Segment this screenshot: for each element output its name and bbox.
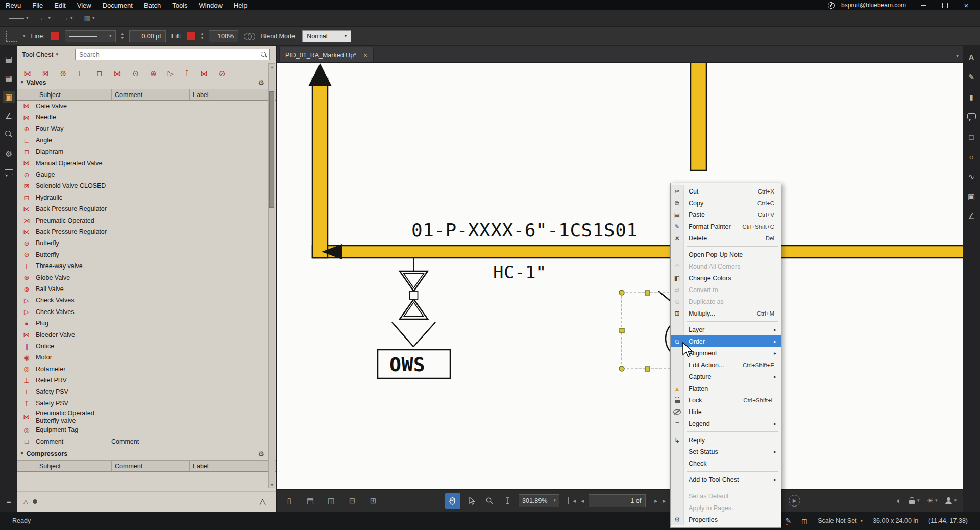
tool-item-row[interactable]: ∟ Angle (17, 135, 276, 146)
small-size-icon[interactable]: △ (23, 498, 28, 505)
line-style-picker[interactable]: ▾ (5, 14, 32, 22)
context-menu-item[interactable]: Paste Ctrl+V (671, 209, 781, 221)
context-menu-item[interactable]: Copy Ctrl+C (671, 197, 781, 209)
panels-icon[interactable]: ◫ (801, 517, 807, 525)
context-menu-item[interactable]: Cut Ctrl+X (671, 185, 781, 197)
tab-list-chevron-icon[interactable]: ▾ (956, 53, 959, 58)
next-page-icon[interactable]: ▸ (654, 497, 657, 504)
context-menu-item[interactable] (671, 486, 781, 490)
tool-item-row[interactable]: ⊺ Safety PSV (17, 387, 276, 398)
tool-item-row[interactable]: ⊓ Diaphram (17, 147, 276, 158)
measurements-panel-icon[interactable] (3, 110, 15, 122)
page-number-field[interactable]: 1 of (589, 494, 646, 507)
style-preset-icon[interactable] (6, 31, 17, 42)
line-style-select[interactable]: ▾ (65, 30, 116, 42)
palette-tool-icon[interactable]: ▷ (168, 69, 174, 76)
gear-icon[interactable]: ⚙ (258, 79, 264, 87)
single-page-view-icon[interactable]: ▯ (283, 494, 296, 508)
pen-tool-icon[interactable] (965, 71, 977, 83)
tool-item-row[interactable]: ⋊ Pneumatic Operated (17, 215, 276, 226)
valve-symbol[interactable] (400, 271, 428, 319)
context-menu-item[interactable]: Reply (671, 434, 781, 446)
context-menu-item[interactable] (671, 469, 781, 474)
context-menu-item[interactable]: Set as Default (671, 490, 781, 502)
tool-item-row[interactable]: ⊕ Four-Way (17, 124, 276, 135)
pan-tool-button[interactable] (445, 493, 460, 509)
column-header[interactable]: Comment (111, 461, 189, 471)
palette-tool-icon[interactable]: ⊺ (185, 69, 189, 76)
palette-tool-icon[interactable]: ∟ (78, 69, 85, 76)
tool-item-row[interactable]: ∥ Orifice (17, 341, 276, 352)
menu-item[interactable]: File (27, 0, 48, 10)
line-width-stepper[interactable]: ▴▾ (121, 32, 124, 40)
context-menu-item[interactable]: Legend ▸ (671, 418, 781, 429)
text-markup-icon[interactable] (965, 51, 977, 63)
profile-icon[interactable] (944, 497, 952, 505)
menu-item[interactable]: Tools (166, 0, 193, 10)
first-page-icon[interactable]: ▏◂ (568, 497, 576, 504)
studio-chat-panel-icon[interactable] (3, 166, 15, 179)
ink-pen-icon[interactable]: ✎ (786, 517, 792, 525)
tool-item-row[interactable]: ⊚ Ball Valve (17, 283, 276, 295)
continuous-view-icon[interactable]: ▤ (304, 494, 317, 508)
context-menu-item[interactable]: Hide (671, 406, 781, 418)
pipe-highlight-right[interactable] (691, 63, 706, 170)
select-tool-button[interactable] (465, 494, 478, 508)
last-page-icon[interactable]: ▸▕ (663, 497, 670, 504)
tool-item-row[interactable]: ⋈ Pneumatic Operated Butterfly valve (17, 409, 276, 425)
palette-tool-icon[interactable]: ⊕ (60, 69, 67, 76)
pipe-highlight-horizontal[interactable] (312, 246, 963, 258)
gear-icon[interactable]: ⚙ (258, 450, 264, 458)
close-icon[interactable]: × (363, 51, 368, 59)
restore-button[interactable] (934, 0, 955, 10)
rectangle-tool-icon[interactable] (965, 131, 977, 143)
tool-item-row[interactable]: ⋉ Back Pressure Regulator (17, 204, 276, 215)
arrow-start-picker[interactable]: ←▾ (36, 13, 55, 23)
search-panel-icon[interactable] (3, 129, 15, 141)
context-menu-item[interactable]: Check (671, 457, 781, 469)
compressors-section-header[interactable]: ▾ Compressors ⚙ (17, 447, 276, 460)
palette-tool-icon[interactable]: ⊘ (219, 69, 226, 76)
scrollbar-thumb[interactable] (270, 91, 274, 208)
tool-item-row[interactable]: ◉ Motor (17, 352, 276, 364)
menu-item[interactable]: Batch (138, 0, 166, 10)
fill-color-swatch[interactable] (187, 32, 195, 40)
pipe-highlight-left[interactable] (312, 78, 328, 258)
line-width-value[interactable]: 0.00 pt (129, 30, 166, 42)
tool-item-row[interactable]: ⊙ Gauge (17, 169, 276, 180)
context-menu-item[interactable]: Set Status ▸ (671, 446, 781, 457)
context-menu-item[interactable]: Convert to (671, 284, 781, 296)
context-menu-item[interactable]: Add to Tool Chest ▸ (671, 474, 781, 486)
panel-scrollbar[interactable]: ▴ ▾ (268, 63, 275, 488)
polyline-tool-icon[interactable] (965, 171, 977, 183)
highlight-tool-icon[interactable] (965, 91, 977, 103)
tool-item-row[interactable]: ⊠ Solenoid Valve CLOSED (17, 181, 276, 192)
search-input[interactable] (76, 51, 259, 58)
document-canvas[interactable]: OWS 01-P-XXXX-6"-1CS1S01 HC-1" (277, 63, 963, 489)
tool-item-row[interactable]: ◎ Rotameter (17, 364, 276, 375)
scale-selector[interactable]: Scale Not Set ▾ (818, 517, 863, 524)
context-menu-item[interactable]: Round All Corners (671, 260, 781, 272)
context-menu-item[interactable]: Delete Del (671, 232, 781, 244)
palette-tool-icon[interactable]: ⊠ (42, 69, 49, 76)
menu-item[interactable]: Help (228, 0, 253, 10)
arrow-end-picker[interactable]: →▾ (58, 13, 77, 23)
document-tab[interactable]: PID_01_RA_Marked Up* × (279, 47, 374, 62)
context-menu-item[interactable]: Layer ▸ (671, 324, 781, 335)
settings-panel-icon[interactable] (3, 148, 15, 160)
tool-item-row[interactable]: ⊺ Safety PSV (17, 398, 276, 409)
opacity-stepper[interactable]: ▴▾ (201, 32, 203, 40)
flow-arrow-up[interactable] (308, 63, 332, 86)
column-header[interactable]: Label (189, 89, 276, 100)
file-access-panel-icon[interactable] (3, 53, 15, 65)
tool-item-row[interactable]: ⊘ Butterfly (17, 238, 276, 249)
minimize-button[interactable] (913, 0, 934, 10)
context-menu-item[interactable] (671, 244, 781, 249)
menu-item[interactable]: Revu (0, 0, 27, 10)
slider-knob[interactable] (33, 499, 37, 504)
select-text-button[interactable] (501, 494, 514, 508)
palette-tool-icon[interactable]: ⊛ (150, 69, 157, 76)
tool-item-row[interactable]: ▷ Check Valves (17, 295, 276, 306)
note-tool-icon[interactable] (965, 111, 977, 123)
context-menu-item[interactable]: Change Colors (671, 272, 781, 284)
